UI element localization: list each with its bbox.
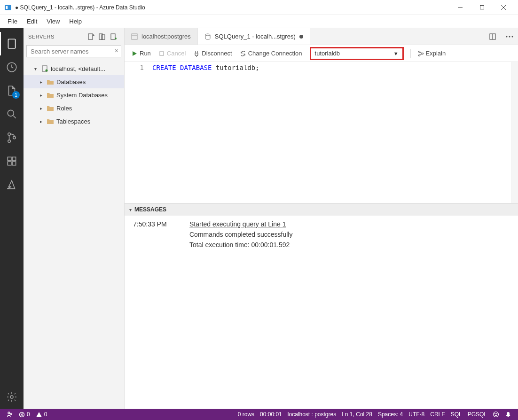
line-gutter: 1: [125, 62, 150, 203]
new-query-icon[interactable]: [108, 31, 119, 42]
menu-bar: File Edit View Help: [0, 15, 518, 28]
sidebar-title: SERVERS: [28, 34, 86, 39]
tab-localhost-postgres[interactable]: localhost:postgres: [125, 28, 198, 45]
minimize-button[interactable]: [449, 0, 471, 15]
messages-body: 7:50:33 PM Started executing query at Li…: [125, 216, 518, 256]
tree-databases[interactable]: ▸ Databases: [24, 75, 124, 88]
message-text: Total execution time: 00:00:01.592: [189, 241, 292, 249]
tree-label: Tablespaces: [56, 118, 90, 125]
svg-point-34: [509, 36, 510, 37]
tree-label: System Databases: [56, 92, 108, 99]
collapse-icon: ▾: [129, 207, 132, 212]
split-editor-button[interactable]: [484, 28, 501, 45]
smiley-icon: [493, 411, 499, 418]
tab-label: SQLQuery_1 - localh...stgres): [215, 33, 296, 40]
svg-rect-15: [8, 162, 11, 165]
chevron-right-icon: ▸: [38, 93, 44, 98]
stop-icon: [158, 50, 165, 57]
tree-label: Databases: [56, 78, 86, 86]
line-number: 1: [125, 64, 144, 71]
status-provider[interactable]: PGSQL: [465, 409, 490, 420]
tree-system-databases[interactable]: ▸ System Databases: [24, 88, 124, 101]
disconnect-button[interactable]: Disconnect: [190, 48, 235, 59]
status-remote[interactable]: [4, 409, 16, 420]
chevron-right-icon: ▸: [38, 106, 44, 111]
status-language[interactable]: SQL: [448, 409, 465, 420]
editor-scrollbar[interactable]: [511, 62, 518, 203]
chevron-down-icon: ▾: [32, 66, 39, 71]
menu-view[interactable]: View: [42, 16, 64, 27]
explain-icon: [417, 50, 424, 57]
status-feedback[interactable]: [490, 409, 502, 420]
svg-rect-6: [8, 39, 15, 48]
maximize-button[interactable]: [471, 0, 493, 15]
status-warnings[interactable]: 0: [33, 409, 50, 420]
activity-explorer[interactable]: 1: [0, 79, 24, 102]
change-connection-button[interactable]: Change Connection: [237, 48, 305, 59]
warning-icon: [36, 412, 42, 418]
cancel-button: Cancel: [156, 48, 188, 59]
status-time[interactable]: 00:00:01: [257, 409, 285, 420]
explain-button[interactable]: Explain: [415, 48, 449, 59]
svg-point-35: [512, 36, 513, 37]
activity-history[interactable]: [0, 55, 24, 79]
activity-settings[interactable]: [0, 385, 24, 409]
status-rows[interactable]: 0 rows: [235, 409, 257, 420]
chevron-right-icon: ▸: [38, 119, 44, 124]
status-encoding[interactable]: UTF-8: [406, 409, 427, 420]
new-connection-icon[interactable]: [86, 31, 97, 42]
menu-help[interactable]: Help: [64, 16, 86, 27]
explain-label: Explain: [426, 50, 446, 57]
sidebar: SERVERS × ▾ localhost, <default...: [24, 28, 125, 409]
menu-file[interactable]: File: [3, 16, 22, 27]
close-button[interactable]: [493, 0, 514, 15]
svg-line-42: [420, 52, 422, 53]
messages-title: MESSAGES: [134, 206, 166, 213]
activity-source-control[interactable]: [0, 126, 24, 149]
new-group-icon[interactable]: [97, 31, 108, 42]
code-editor[interactable]: 1 CREATE DATABASE tutorialdb;: [125, 62, 518, 203]
status-connection[interactable]: localhost : postgres: [285, 409, 339, 420]
activity-azure[interactable]: [0, 173, 24, 196]
svg-rect-16: [12, 162, 16, 165]
folder-icon: [46, 91, 55, 99]
messages-panel: ▾ MESSAGES 7:50:33 PM Started executing …: [125, 203, 518, 409]
svg-point-33: [506, 36, 508, 37]
sidebar-search: ×: [24, 45, 124, 60]
svg-point-52: [496, 413, 497, 414]
status-errors[interactable]: 0: [16, 409, 33, 420]
message-time: 7:50:33 PM: [133, 220, 171, 249]
svg-point-13: [13, 136, 16, 139]
tab-sqlquery1[interactable]: SQLQuery_1 - localh...stgres): [198, 28, 310, 45]
messages-header[interactable]: ▾ MESSAGES: [125, 203, 518, 216]
svg-point-11: [8, 133, 10, 135]
search-input[interactable]: [26, 45, 121, 57]
status-spaces[interactable]: Spaces: 4: [375, 409, 406, 420]
activity-servers[interactable]: [0, 32, 24, 55]
svg-rect-28: [132, 34, 137, 39]
tree-tablespaces[interactable]: ▸ Tablespaces: [24, 115, 124, 128]
activity-search[interactable]: [0, 102, 24, 126]
clear-search-icon[interactable]: ×: [115, 47, 118, 54]
more-actions-button[interactable]: [501, 28, 518, 45]
change-connection-icon: [240, 50, 246, 57]
database-dropdown[interactable]: tutorialdb ▼: [310, 47, 404, 60]
code-line-1: CREATE DATABASE tutorialdb;: [152, 64, 511, 71]
tree-server-label: localhost, <default...: [51, 65, 105, 72]
svg-rect-19: [88, 34, 93, 39]
status-warnings-count: 0: [44, 411, 47, 418]
database-icon: [204, 33, 211, 40]
status-eol[interactable]: CRLF: [427, 409, 447, 420]
status-notifications[interactable]: [502, 409, 514, 420]
svg-rect-3: [480, 6, 484, 9]
chevron-right-icon: ▸: [38, 79, 44, 85]
tree-server[interactable]: ▾ localhost, <default...: [24, 62, 124, 75]
folder-icon: [46, 78, 55, 86]
menu-edit[interactable]: Edit: [22, 16, 42, 27]
tree-roles[interactable]: ▸ Roles: [24, 101, 124, 115]
bell-icon: [505, 411, 511, 418]
code-area[interactable]: CREATE DATABASE tutorialdb;: [150, 62, 511, 203]
activity-extensions[interactable]: [0, 149, 24, 173]
status-position[interactable]: Ln 1, Col 28: [339, 409, 375, 420]
run-button[interactable]: Run: [128, 48, 154, 59]
